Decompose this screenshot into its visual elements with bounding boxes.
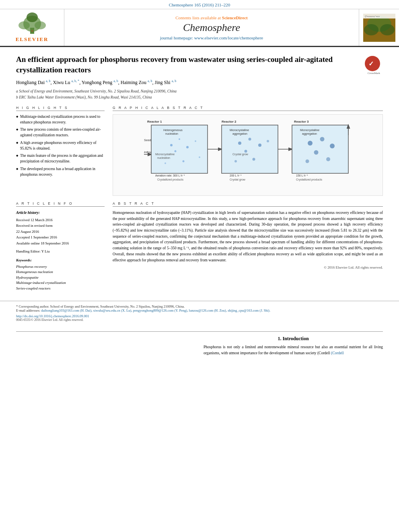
svg-text:Reactor 1: Reactor 1 <box>147 120 162 123</box>
svg-point-59 <box>306 159 309 163</box>
article-history-header: Article history: <box>16 210 105 216</box>
info-abstract-row: A R T I C L E I N F O Article history: R… <box>16 201 383 291</box>
svg-point-44 <box>267 140 269 142</box>
corresponding-note: * Corresponding author. School of Energy… <box>16 304 383 308</box>
journal-thumbnail-block: Chemosphere <box>359 9 399 46</box>
article-info-content: Article history: Received 12 March 2016 … <box>16 210 105 291</box>
abstract-paragraph: Homogeneous nucleation of hydroxyapatite… <box>113 210 383 263</box>
keyword-5: Series-coupled reactors <box>16 286 105 292</box>
abstract-column: A B S T R A C T Homogeneous nucleation o… <box>113 201 383 291</box>
svg-point-27 <box>179 138 180 140</box>
keyword-3: Hydroxyapatite <box>16 275 105 281</box>
graphical-abstract-column: G R A P H I C A L A B S T R A C T Reacto… <box>113 106 383 196</box>
svg-point-28 <box>186 146 189 148</box>
keywords-header: Keywords: <box>16 257 105 263</box>
section-divider <box>16 331 383 332</box>
svg-point-58 <box>326 157 330 161</box>
highlights-column: H I G H L I G H T S Multistage-induced c… <box>16 106 105 196</box>
highlight-item-1: Multistage-induced crystallization proce… <box>16 114 105 125</box>
keyword-2: Homogeneous nucleation <box>16 269 105 275</box>
accepted-date: Accepted 1 September 2016 <box>16 234 105 240</box>
svg-point-3 <box>35 21 46 29</box>
svg-point-9 <box>380 24 395 35</box>
journal-cover-thumbnail: Chemosphere <box>363 14 395 42</box>
authors-line: Hongliang Dai a, b, Xiwu Lu a, b, *, Yon… <box>16 79 383 86</box>
crossmark-label: CrossMark <box>365 72 383 75</box>
svg-text:nucleation: nucleation <box>157 156 170 159</box>
svg-text:aggregation: aggregation <box>232 132 247 136</box>
journal-cover-art: Chemosphere <box>363 14 395 42</box>
highlight-item-4: The main feature of the process is the a… <box>16 153 105 164</box>
intro-col-right: 1. Introduction Phosphorus is not only a… <box>204 336 383 356</box>
svg-text:Chemosphere: Chemosphere <box>365 15 380 18</box>
svg-point-43 <box>245 150 247 152</box>
crossmark-badge: ✓ <box>365 56 380 71</box>
journal-citation: Chemosphere 165 (2016) 211–220 <box>169 2 230 7</box>
crossmark-logo: ✓ CrossMark <box>365 56 383 75</box>
footnote-left: * Corresponding author. School of Energy… <box>16 304 383 322</box>
svg-text:Crystallized products: Crystallized products <box>296 178 322 181</box>
article-info-header: A R T I C L E I N F O <box>16 201 105 207</box>
svg-rect-21 <box>151 125 208 173</box>
highlight-item-5: The developed process has a broad applic… <box>16 166 105 178</box>
article-title-row: An efficient approach for phosphorus rec… <box>16 54 383 75</box>
highlight-item-3: A high average phosphorus recovery effic… <box>16 140 105 152</box>
journal-center-block: Contents lists available at ScienceDirec… <box>64 9 359 46</box>
elsevier-tree-icon <box>12 12 52 35</box>
sciencedirect-brand: ScienceDirect <box>222 15 248 20</box>
author-names: Hongliang Dai a, b, Xiwu Lu a, b, *, Yon… <box>16 80 176 85</box>
affiliation-b: b ERC Taihu Lake Water Environment (Wuxi… <box>16 94 383 100</box>
svg-text:Crystal grow: Crystal grow <box>230 178 246 181</box>
highlights-list: Multistage-induced crystallization proce… <box>16 114 105 178</box>
graphical-abstract-header: G R A P H I C A L A B S T R A C T <box>113 106 383 111</box>
svg-rect-10 <box>363 14 395 18</box>
reactor-diagram-svg: Reactor 1 Reactor 2 Reactor 3 Effluent S… <box>115 117 380 191</box>
svg-point-41 <box>249 138 251 140</box>
issn-line: 0045-6535/© 2016 Elsevier Ltd. All right… <box>16 318 383 322</box>
svg-text:Inflow: Inflow <box>144 150 152 154</box>
svg-point-2 <box>19 21 30 29</box>
homepage-line: journal homepage: www.elsevier.com/locat… <box>160 35 263 40</box>
highlight-item-2: The new process consists of three series… <box>16 127 105 138</box>
svg-point-46 <box>253 158 255 160</box>
crossmark-icon: ✓ <box>367 58 378 69</box>
graphical-abstract-diagram: Reactor 1 Reactor 2 Reactor 3 Effluent S… <box>113 114 383 196</box>
main-content: An efficient approach for phosphorus rec… <box>0 47 399 301</box>
email-addresses: daihongliang103@163.com (H. Dai), xiwulu… <box>41 308 270 312</box>
highlights-header: H I G H L I G H T S <box>16 106 105 111</box>
svg-text:Reactor 2: Reactor 2 <box>222 120 237 123</box>
abstract-header: A B S T R A C T <box>113 201 383 207</box>
svg-point-55 <box>320 137 325 141</box>
svg-text:Microcrystalline: Microcrystalline <box>155 153 175 156</box>
copyright-line: © 2016 Elsevier Ltd. All rights reserved… <box>113 265 383 269</box>
svg-rect-37 <box>222 125 278 173</box>
introduction-columns: 1. Introduction Phosphorus is not only a… <box>16 336 383 356</box>
citation-bar: Chemosphere 165 (2016) 211–220 <box>0 0 399 9</box>
intro-col-left <box>16 336 195 356</box>
svg-point-31 <box>165 162 166 164</box>
svg-text:Microcrystalline: Microcrystalline <box>300 129 319 132</box>
svg-point-8 <box>364 24 378 35</box>
svg-point-45 <box>234 160 237 162</box>
article-info-column: A R T I C L E I N F O Article history: R… <box>16 201 105 291</box>
available-date: Available online 18 September 2016 <box>16 240 105 246</box>
intro-section-number: 1. Introduction <box>204 336 383 342</box>
svg-rect-51 <box>292 125 348 173</box>
homepage-url: www.elsevier.com/locate/chemosphere <box>194 35 263 40</box>
svg-text:Crystallized products: Crystallized products <box>157 178 183 181</box>
highlights-graphical-row: H I G H L I G H T S Multistage-induced c… <box>16 106 383 196</box>
svg-text:Reactor 3: Reactor 3 <box>294 120 309 123</box>
svg-point-5 <box>31 30 33 32</box>
svg-point-40 <box>238 142 241 145</box>
svg-text:Heterogeneous: Heterogeneous <box>163 129 183 132</box>
svg-text:✓: ✓ <box>368 60 374 67</box>
svg-text:Microcrystalline: Microcrystalline <box>230 129 249 132</box>
svg-text:Crystal grow: Crystal grow <box>232 153 249 156</box>
svg-point-26 <box>170 144 173 146</box>
svg-text:200 L h⁻¹: 200 L h⁻¹ <box>230 174 242 177</box>
journal-header: ELSEVIER Contents lists available at Sci… <box>0 9 399 47</box>
svg-point-30 <box>195 140 196 142</box>
svg-point-57 <box>314 150 319 154</box>
handling-editor: Handling Editor: Y Liu <box>16 249 105 254</box>
doi-line[interactable]: http://dx.doi.org/10.1016/j.chemosphere.… <box>16 314 383 318</box>
